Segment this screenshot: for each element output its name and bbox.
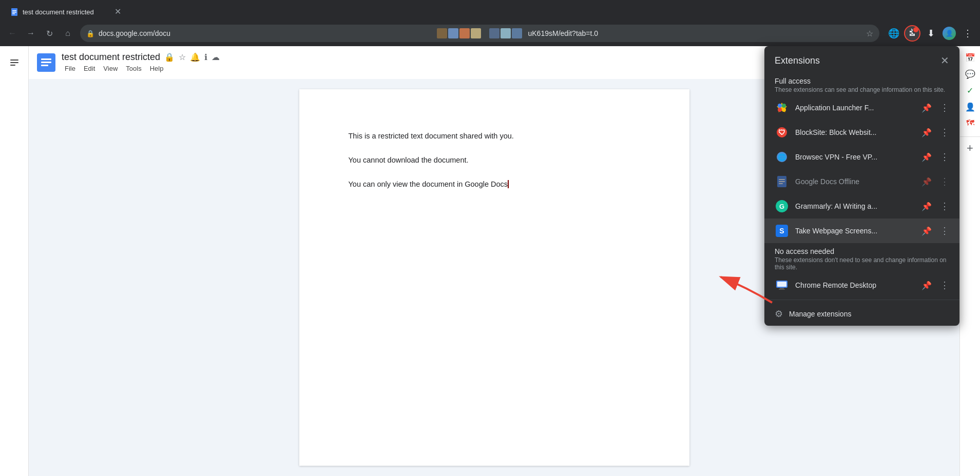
back-button[interactable]: ← [4,25,21,42]
chrome-right-sidebar: 📅 💬 ✓ 👤 🗺 + [959,46,980,476]
tab-title: test document restricted [23,8,110,16]
extensions-button[interactable] [904,25,920,42]
svg-rect-6 [10,62,18,63]
swatch-5 [489,28,499,38]
menu-tools[interactable]: Tools [123,64,144,73]
svg-point-16 [782,108,786,112]
address-left: docs.google.com/docu [99,29,431,37]
full-access-desc: These extensions can see and change info… [775,86,949,93]
add-sidebar-icon[interactable]: + [963,141,977,155]
cloud-icon: ☁ [212,52,220,62]
svg-point-14 [782,104,786,108]
color-swatches [437,28,481,38]
svg-rect-11 [41,65,48,66]
panel-header: Extensions ✕ [764,46,959,73]
ext-name-grammarly: Grammarly: AI Writing a... [795,202,915,210]
swatch-2 [448,28,458,38]
tab-bar: test document restricted ✕ [0,0,980,21]
profile-button[interactable]: 👤 [941,25,957,42]
contacts-sidebar-icon[interactable]: 👤 [963,100,977,114]
menu-button[interactable]: ⋮ [959,25,976,42]
svg-rect-5 [10,60,18,61]
doc-line-2: You cannot download the document. [349,154,640,166]
ext-pin-browsec[interactable]: 📌 [921,152,932,162]
docs-title-section: test document restricted 🔒 ☆ 🔔 ℹ ☁ File … [62,52,831,73]
ext-icon-browsec: 🌐 [775,150,789,164]
swatch-7 [512,28,522,38]
globe-button[interactable]: 🌐 [886,25,902,42]
swatch-6 [501,28,511,38]
address-star-icon[interactable]: ☆ [866,29,873,38]
svg-point-15 [778,108,782,112]
ext-remote-desktop[interactable]: Chrome Remote Desktop 📌 ⋮ [764,273,959,298]
full-access-header: Full access These extensions can see and… [764,73,959,95]
alert-icon: 🔔 [190,52,200,62]
text-cursor [508,180,509,188]
svg-rect-24 [779,183,783,184]
ext-pin-remote-desktop[interactable]: 📌 [921,281,932,290]
ext-icon-grammarly: G [775,199,789,213]
panel-divider [764,300,959,300]
docs-title: test document restricted [62,52,160,63]
sidebar-divider: + [960,136,980,155]
ext-pin-screenshot[interactable]: 📌 [921,226,932,236]
no-access-header: No access needed These extensions don't … [764,243,959,273]
browser-window: test document restricted ✕ ← → ↻ ⌂ 🔒 doc… [0,0,980,476]
ext-icon-launcher [775,101,789,115]
docs-left-sidebar [0,46,29,476]
tab-favicon [10,8,18,16]
ext-name-blocksite: BlockSite: Block Websit... [795,128,915,136]
ext-more-remote-desktop[interactable]: ⋮ [940,280,949,291]
ext-blocksite[interactable]: 🛡 BlockSite: Block Websit... 📌 ⋮ [764,120,959,145]
ext-docs-offline[interactable]: Google Docs Offline 📌 ⋮ [764,169,959,194]
menu-view[interactable]: View [100,64,121,73]
tab-close-button[interactable]: ✕ [114,8,121,16]
ext-pin-blocksite[interactable]: 📌 [921,128,932,137]
ext-application-launcher[interactable]: Application Launcher F... 📌 ⋮ [764,95,959,120]
ext-pin-docs-offline[interactable]: 📌 [921,177,932,187]
menu-help[interactable]: Help [147,64,167,73]
info-icon: ℹ [204,52,207,62]
menu-edit[interactable]: Edit [81,64,98,73]
svg-rect-10 [41,62,51,63]
swatch-3 [459,28,470,38]
extensions-panel: Extensions ✕ Full access These extension… [764,46,959,326]
ext-pin-launcher[interactable]: 📌 [921,103,932,113]
toolbar-icons: 🌐 ⬇ 👤 ⋮ [886,25,976,42]
panel-title: Extensions [775,55,820,66]
home-button[interactable]: ⌂ [60,25,76,42]
ext-more-launcher[interactable]: ⋮ [940,102,949,113]
maps-sidebar-icon[interactable]: 🗺 [963,116,977,130]
no-access-desc: These extensions don't need to see and c… [775,256,949,271]
chat-sidebar-icon[interactable]: 💬 [963,67,977,81]
address-bar-row: ← → ↻ ⌂ 🔒 docs.google.com/docu uK619sM/e… [0,21,980,46]
menu-file[interactable]: File [62,64,79,73]
ext-more-docs-offline[interactable]: ⋮ [940,176,949,187]
manage-extensions-item[interactable]: ⚙ Manage extensions [764,302,959,326]
tasks-sidebar-icon[interactable]: ✓ [963,83,977,97]
ext-more-grammarly[interactable]: ⋮ [940,201,949,212]
lock-icon: 🔒 [164,52,175,62]
ext-pin-grammarly[interactable]: 📌 [921,202,932,211]
ext-icon-screenshot: S [775,224,789,238]
ext-more-screenshot[interactable]: ⋮ [940,225,949,236]
ext-grammarly[interactable]: G Grammarly: AI Writing a... 📌 ⋮ [764,194,959,219]
docs-outline-icon[interactable] [4,52,25,73]
ext-name-browsec: Browsec VPN - Free VP... [795,153,915,161]
calendar-sidebar-icon[interactable]: 📅 [963,50,977,65]
ext-more-browsec[interactable]: ⋮ [940,151,949,163]
ext-browsec[interactable]: 🌐 Browsec VPN - Free VP... 📌 ⋮ [764,145,959,169]
forward-button[interactable]: → [23,25,39,42]
download-button[interactable]: ⬇ [923,25,939,42]
panel-close-button[interactable]: ✕ [940,54,949,67]
ext-screenshot[interactable]: S Take Webpage Screens... 📌 ⋮ [764,219,959,243]
svg-rect-3 [12,13,15,14]
refresh-button[interactable]: ↻ [41,25,57,42]
no-access-title: No access needed [775,247,949,255]
color-swatches-2 [489,28,522,38]
ext-more-blocksite[interactable]: ⋮ [940,127,949,138]
active-tab[interactable]: test document restricted ✕ [4,3,127,21]
address-bar[interactable]: 🔒 docs.google.com/docu uK619sM/edit?tab=… [80,25,879,42]
star-icon[interactable]: ☆ [179,52,186,62]
ext-icon-blocksite: 🛡 [775,125,789,140]
